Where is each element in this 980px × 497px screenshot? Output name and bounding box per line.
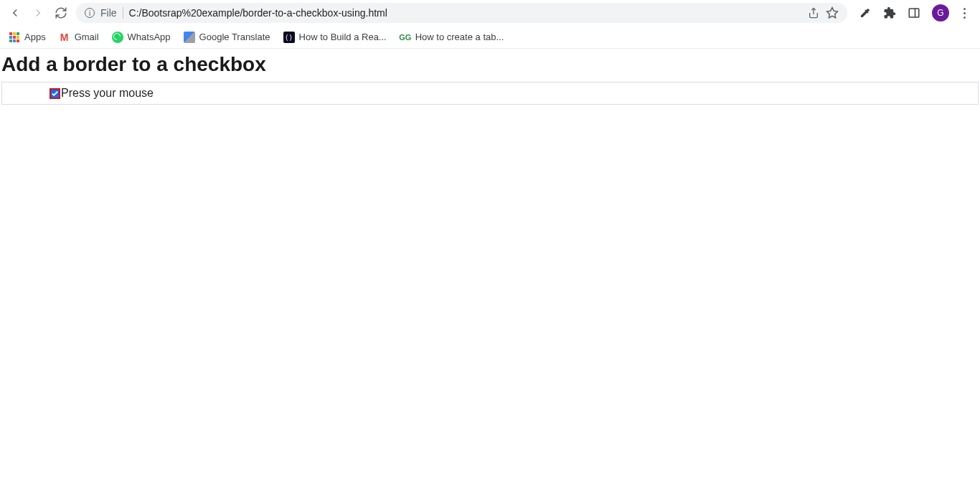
checkbox-label: Press your mouse — [61, 87, 154, 100]
bookmark-whatsapp-label: WhatsApp — [128, 32, 171, 42]
custom-checkbox[interactable] — [50, 88, 60, 99]
bookmarks-bar: Apps M Gmail WhatsApp Google Translate (… — [0, 26, 980, 49]
toolbar-right: G — [853, 4, 974, 22]
bookmark-gmail-label: Gmail — [75, 32, 99, 42]
apps-icon — [9, 32, 20, 43]
page-heading: Add a border to a checkbox — [0, 49, 980, 82]
panel-icon[interactable] — [908, 6, 920, 19]
bookmark-translate-label: Google Translate — [199, 32, 270, 42]
svg-marker-1 — [827, 8, 838, 18]
back-button[interactable] — [9, 6, 22, 19]
url-text: C:/Bootsrap%20example/border-to-a-checkb… — [129, 7, 387, 19]
browser-toolbar: i File C:/Bootsrap%20example/border-to-a… — [0, 0, 980, 26]
forward-button[interactable] — [32, 6, 44, 19]
bookmark-translate[interactable]: Google Translate — [184, 32, 270, 43]
check-icon — [51, 90, 59, 98]
gmail-icon: M — [59, 32, 70, 43]
geeksforgeeks-icon: GG — [400, 32, 411, 43]
extensions-icon[interactable] — [883, 6, 896, 19]
svg-rect-2 — [909, 9, 919, 17]
bookmark-howto-create-label: How to create a tab... — [415, 32, 504, 42]
bookmark-howto-create[interactable]: GG How to create a tab... — [400, 32, 504, 43]
menu-button[interactable] — [961, 8, 969, 19]
bookmark-apps-label: Apps — [24, 32, 46, 42]
freecodecamp-icon: ( ) — [283, 32, 295, 43]
eyedropper-icon[interactable] — [859, 6, 872, 19]
address-bar[interactable]: i File C:/Bootsrap%20example/border-to-a… — [76, 3, 847, 23]
page-content: Add a border to a checkbox Press your mo… — [0, 49, 980, 105]
bookmark-whatsapp[interactable]: WhatsApp — [112, 32, 171, 43]
whatsapp-icon — [112, 32, 123, 43]
avatar-letter: G — [937, 8, 943, 18]
bookmark-howto-build[interactable]: ( ) How to Build a Rea... — [283, 32, 387, 43]
translate-icon — [184, 32, 195, 43]
bookmark-gmail[interactable]: M Gmail — [59, 32, 99, 43]
share-icon[interactable] — [807, 6, 820, 19]
star-icon[interactable] — [826, 6, 839, 19]
nav-buttons — [6, 6, 70, 19]
profile-avatar[interactable]: G — [932, 4, 949, 22]
bookmark-apps[interactable]: Apps — [9, 32, 46, 43]
bookmark-howto-build-label: How to Build a Rea... — [299, 32, 387, 42]
file-scheme-label: File — [100, 7, 123, 19]
info-icon: i — [85, 8, 95, 18]
checkbox-container: Press your mouse — [1, 82, 979, 105]
reload-button[interactable] — [55, 6, 67, 19]
